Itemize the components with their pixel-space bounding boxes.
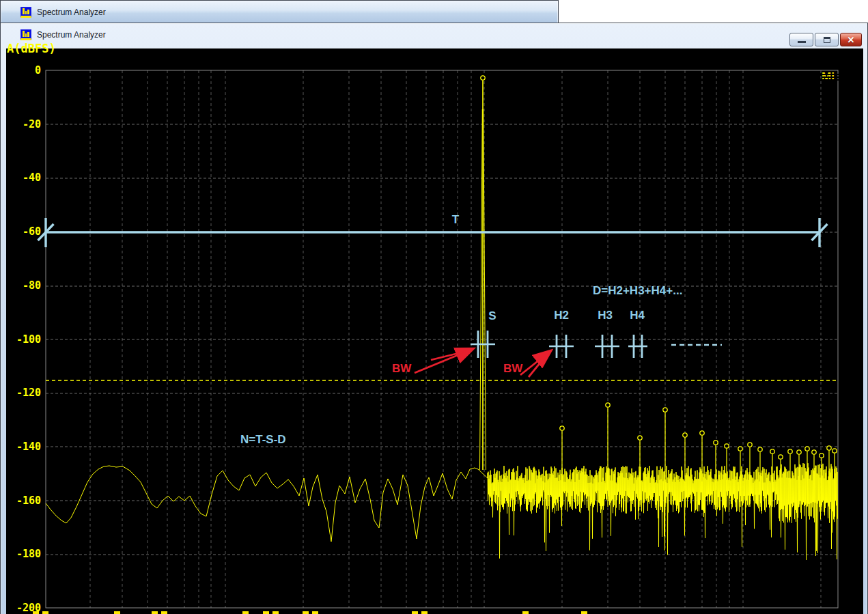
spectrum-plot-canvas[interactable] (0, 0, 868, 614)
y-tick-label: -100 (5, 333, 41, 346)
label-H3: H3 (594, 309, 616, 322)
y-tick-label: 0 (5, 64, 41, 76)
logo-stripe (822, 76, 839, 78)
label-BW-left: BW (392, 362, 411, 376)
x-axis-label-stub (152, 611, 158, 614)
y-tick-label: -180 (5, 548, 41, 560)
y-tick-label: -20 (5, 118, 41, 130)
x-axis-label-stub (42, 611, 48, 614)
label-distortion-formula: D=H2+H3+H4+... (593, 284, 682, 298)
label-H2: H2 (550, 309, 572, 322)
x-axis-label-stub (421, 611, 428, 614)
logo-stripe (822, 74, 839, 75)
x-axis-label-stub (522, 611, 529, 614)
y-tick-label: -40 (5, 171, 41, 184)
x-axis-label-stub (33, 611, 39, 614)
x-axis-label-stub (303, 611, 309, 614)
screen: Spectrum Analyzer Spectrum Analyzer ✕ A(… (0, 0, 868, 614)
x-axis-label-stub (412, 611, 418, 614)
y-tick-label: -140 (5, 441, 41, 453)
x-axis-label-stub (312, 611, 318, 614)
y-tick-label: -160 (5, 494, 41, 507)
label-H4: H4 (626, 309, 648, 322)
mi-logo: Mi (822, 70, 842, 84)
logo-stripe (822, 79, 839, 81)
x-axis-label-stub (114, 611, 120, 614)
label-noise-formula: N=T-S-D (240, 433, 286, 447)
y-axis-title: A(dBFS) (7, 42, 56, 55)
y-tick-label: -80 (5, 279, 41, 292)
label-T: T (448, 213, 463, 227)
label-BW-right: BW (503, 362, 522, 376)
y-tick-label: -60 (5, 225, 41, 238)
x-axis-label-stub (272, 611, 279, 614)
x-axis-label-stub (242, 611, 249, 614)
x-axis-label-stub (161, 611, 167, 614)
x-axis-label-stub (581, 611, 587, 614)
y-tick-label: -120 (5, 387, 41, 399)
x-axis-label-stub (263, 611, 269, 614)
label-S: S (485, 309, 500, 323)
